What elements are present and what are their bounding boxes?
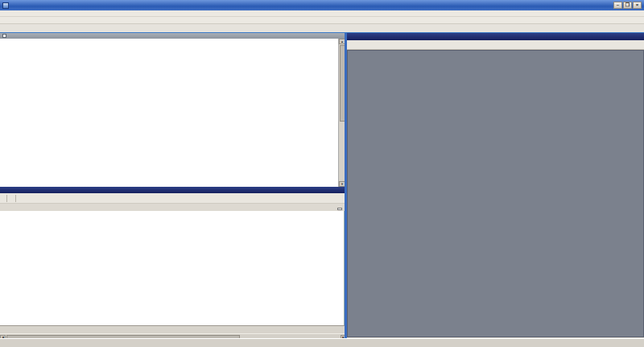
restore-button[interactable]: ❐ <box>623 2 632 9</box>
menu-bar <box>0 10 644 17</box>
main-tabstrip <box>0 24 644 32</box>
ecumaster-adu-client-window: – ❐ × ▲ ▼ ◀ ▶ <box>0 0 644 347</box>
track-preview-icon <box>349 33 357 40</box>
section-times-icon <box>2 34 6 38</box>
track-map-canvas <box>347 50 644 337</box>
window-titlebar: – ❐ × <box>0 0 644 10</box>
log-file-tooltip <box>337 208 342 210</box>
section-times-table-container <box>0 39 345 187</box>
graph-tabstrip <box>0 204 345 211</box>
graph-time-axis <box>0 325 345 333</box>
close-button[interactable]: × <box>633 2 642 9</box>
graph-plot-area[interactable] <box>0 211 345 325</box>
graph-toolbar <box>0 193 345 204</box>
track-preview-panel <box>347 33 644 338</box>
graph-log-header <box>0 187 345 193</box>
status-bar <box>0 338 644 347</box>
track-preview-header <box>347 33 644 40</box>
app-icon <box>2 2 9 9</box>
toolbar-separator <box>6 195 7 202</box>
section-times-header <box>0 33 345 39</box>
minimize-button[interactable]: – <box>613 2 622 9</box>
main-toolbar <box>0 17 644 24</box>
toolbar-separator <box>15 195 16 202</box>
track-toolbar <box>347 40 644 50</box>
table-vertical-scrollbar[interactable]: ▲ ▼ <box>338 39 345 187</box>
